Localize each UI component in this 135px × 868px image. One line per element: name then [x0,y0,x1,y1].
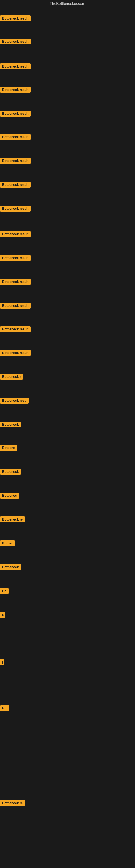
bottleneck-badge-15[interactable]: Bottleneck result [0,350,31,356]
result-item-24: Bottleneck [0,564,21,571]
result-item-4: Bottleneck result [0,87,31,94]
bottleneck-badge-14[interactable]: Bottleneck result [0,326,31,332]
result-item-1: Bottleneck result [0,16,31,23]
bottleneck-badge-8[interactable]: Bottleneck result [0,182,31,188]
bottleneck-badge-4[interactable]: Bottleneck result [0,87,31,93]
bottleneck-badge-9[interactable]: Bottleneck result [0,206,31,212]
result-item-23: Bottler [0,540,15,547]
bottleneck-badge-23[interactable]: Bottler [0,540,15,546]
bottleneck-badge-13[interactable]: Bottleneck result [0,303,31,309]
result-item-5: Bottleneck result [0,111,31,118]
bottleneck-badge-18[interactable]: Bottleneck [0,422,21,428]
result-item-28: Bot [0,705,9,712]
result-item-10: Bottleneck result [0,231,31,238]
result-item-21: Bottlenec [0,493,19,500]
bottleneck-badge-26[interactable]: B [0,612,5,618]
result-item-18: Bottleneck [0,422,21,429]
site-title: TheBottlenecker.com [50,1,85,6]
bottleneck-badge-19[interactable]: Bottlene [0,445,17,451]
result-item-3: Bottleneck result [0,63,31,70]
bottleneck-badge-17[interactable]: Bottleneck resu [0,398,29,404]
bottleneck-badge-1[interactable]: Bottleneck result [0,16,31,22]
result-item-15: Bottleneck result [0,350,31,357]
result-item-7: Bottleneck result [0,158,31,165]
bottleneck-badge-10[interactable]: Bottleneck result [0,231,31,237]
bottleneck-badge-22[interactable]: Bottleneck re [0,517,25,522]
result-item-6: Bottleneck result [0,134,31,141]
bottleneck-badge-11[interactable]: Bottleneck result [0,255,31,261]
result-item-2: Bottleneck result [0,38,31,45]
result-item-26: B [0,612,5,619]
bottleneck-badge-16[interactable]: Bottleneck r [0,374,23,380]
result-item-14: Bottleneck result [0,326,31,333]
bottleneck-badge-6[interactable]: Bottleneck result [0,134,31,140]
result-item-12: Bottleneck result [0,279,31,286]
result-item-9: Bottleneck result [0,206,31,213]
result-item-22: Bottleneck re [0,517,25,524]
result-item-20: Bottleneck [0,469,21,476]
result-item-11: Bottleneck result [0,255,31,262]
bottleneck-badge-3[interactable]: Bottleneck result [0,63,31,69]
result-item-8: Bottleneck result [0,182,31,189]
result-item-25: Bo [0,588,9,595]
bottleneck-badge-7[interactable]: Bottleneck result [0,158,31,164]
bottleneck-badge-21[interactable]: Bottlenec [0,493,19,499]
bottleneck-badge-5[interactable]: Bottleneck result [0,111,31,117]
result-item-17: Bottleneck resu [0,398,29,405]
bottleneck-badge-12[interactable]: Bottleneck result [0,279,31,285]
result-item-19: Bottlene [0,445,17,452]
result-item-27: | [0,659,4,666]
bottleneck-badge-2[interactable]: Bottleneck result [0,38,31,44]
bottleneck-badge-28[interactable]: Bot [0,705,9,711]
result-item-13: Bottleneck result [0,303,31,310]
bottleneck-badge-29[interactable]: Bottleneck re [0,800,25,806]
result-item-16: Bottleneck r [0,374,23,381]
bottleneck-badge-25[interactable]: Bo [0,588,9,594]
bottleneck-badge-20[interactable]: Bottleneck [0,469,21,475]
result-item-29: Bottleneck re [0,800,25,807]
bottleneck-badge-24[interactable]: Bottleneck [0,564,21,570]
bottleneck-badge-27[interactable]: | [0,659,4,665]
